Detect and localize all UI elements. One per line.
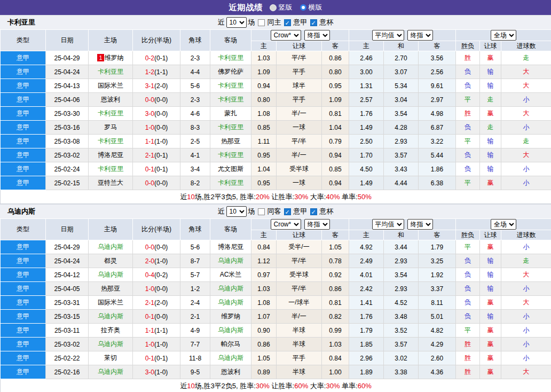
odds-home-cell: 1.09 [251,65,277,79]
halftime-score: (2-0) [154,299,168,307]
odds-company-select[interactable]: Crow* [271,219,301,230]
result-handicap-cell: 赢 [480,107,501,121]
date-cell: 25-04-29 [46,51,89,65]
odds-away-cell: 1.05 [322,240,349,254]
avg-stage-select[interactable]: 终指 [407,219,433,230]
away-team-cell: 恩波利 [210,365,251,379]
same-venue-label: 同主 [267,18,281,27]
halftime-score: (0-0) [154,124,168,131]
same-venue-checkbox[interactable] [258,208,265,215]
same-venue-checkbox[interactable] [258,19,265,26]
corner-cell: 5-6 [180,240,210,254]
odds-stage-select[interactable]: 终指 [304,30,330,41]
sub-avg-away: 客 [419,230,456,240]
away-team-cell: 乌迪内斯 [210,282,251,296]
fulltime-score: 2-1 [145,152,154,159]
team-label: 乌迪内斯 [218,257,243,264]
match-row: 意甲25-03-11拉齐奥1-1(1-1)4-9乌迪内斯0.90半球0.991.… [1,324,551,338]
layout-horizontal-label: 横版 [309,3,322,12]
result-wdl-cell: 平 [456,240,480,254]
result-handicap-cell: 赢 [480,176,501,190]
odds-group-header: Crow* 终指 [251,30,349,41]
handicap-cell: 一/球半 [277,296,322,310]
league-cell: 意甲 [1,268,46,282]
score-cell: 0-2(0-1) [133,51,180,65]
score-cell: 1-2(1-1) [133,65,180,79]
league-cell: 意甲 [1,162,46,176]
sub-home: 主 [251,41,277,51]
odds-away-cell: 0.78 [322,254,349,268]
radio-unselected-icon[interactable] [300,4,306,11]
avg-source-select[interactable]: 平均值 [372,30,404,41]
team-name: 卡利亚里 [7,18,35,27]
result-wdl-cell: 负 [456,148,480,162]
near-label: 近 [218,18,225,27]
halftime-score: (0-0) [154,179,168,187]
odds-home-cell: 0.80 [251,93,277,107]
halftime-score: (1-1) [154,68,168,76]
sub-avg-draw: 和 [384,230,419,240]
avg-source-select[interactable]: 平均值 [372,219,404,230]
odds-home-cell: 1.03 [251,51,277,65]
corner-cell: 8-3 [180,121,210,135]
serie-a-label: 意甲 [294,18,308,27]
corner-cell: 1-2 [180,282,210,296]
away-team-cell: 乌迪内斯 [210,351,251,365]
avg-home-cell: 1.49 [349,121,384,135]
score-cell: 1-1(1-0) [133,135,180,148]
col-date: 日期 [46,30,89,51]
team-label: 卡利亚里 [98,109,123,117]
odds-away-cell: 0.92 [322,268,349,282]
home-team-cell: 都灵 [89,254,133,268]
radio-selected-icon[interactable] [270,4,277,11]
serie-a-checkbox[interactable] [284,19,291,26]
scope-select[interactable]: 全场 [491,219,516,230]
result-goals-cell: 大 [501,107,551,121]
team-label: 卡利亚里 [98,137,123,145]
scope-select[interactable]: 全场 [491,30,516,41]
fulltime-score: 1-2 [145,68,154,76]
halftime-score: (0-0) [154,110,168,117]
odds-home-cell: 0.86 [251,338,277,351]
serie-a-checkbox[interactable] [284,208,291,215]
odds-away-cell: 0.94 [322,148,349,162]
odds-company-select[interactable]: Crow* [271,30,301,41]
layout-radio-vertical[interactable]: 竖版 [270,3,293,12]
recent-count-select[interactable]: 10 [226,17,247,28]
italy-cup-checkbox[interactable] [310,19,317,26]
fulltime-score: 3-0 [145,369,154,376]
summary-segment: 让胜率: [270,193,294,201]
avg-home-cell: 4.01 [349,268,384,282]
match-row: 意甲25-03-31国际米兰2-1(2-0)2-4乌迪内斯1.08一/球半0.8… [1,296,551,310]
recent-count-select[interactable]: 10 [226,206,247,217]
halftime-score: (2-0) [154,82,168,90]
fulltime-score: 2-1 [145,299,154,307]
avg-stage-select[interactable]: 终指 [407,30,433,41]
odds-group-header: Crow* 终指 [251,219,349,230]
avg-away-cell: 6.38 [419,176,456,190]
halftime-score: (0-1) [154,152,168,159]
odds-stage-select[interactable]: 终指 [304,219,330,230]
result-handicap-cell: 赢 [480,351,501,365]
match-row: 意甲25-04-24都灵2-0(1-0)8-7乌迪内斯1.12平/半0.782.… [1,254,551,268]
result-wdl-cell: 胜 [456,351,480,365]
team-label: 蒙扎 [224,109,237,117]
team-label: 博洛尼亚 [98,151,123,159]
sub-away: 客 [322,230,349,240]
corner-cell: 2-3 [180,51,210,65]
sub-avg-home: 主 [349,230,384,240]
corner-cell: 3-4 [180,162,210,176]
layout-radio-horizontal[interactable]: 横版 [300,3,322,12]
italy-cup-checkbox[interactable] [310,208,317,215]
away-team-cell: 蒙扎 [210,107,251,121]
avg-draw-cell: 3.57 [384,148,419,162]
filter-controls: 近 10 场 同客 意甲 意杯 [218,206,334,217]
away-team-cell: 卡利亚里 [210,93,251,107]
italy-cup-label: 意杯 [320,207,334,216]
section-bar-udinese: 乌迪内斯 近 10 场 同客 意甲 意杯 [0,204,551,218]
handicap-cell: 平手 [277,93,322,107]
away-team-cell: 佛罗伦萨 [210,65,251,79]
result-wdl-cell: 胜 [456,365,480,379]
page-header: 近期战绩 竖版 横版 [0,0,551,15]
italy-cup-label: 意杯 [320,18,334,27]
